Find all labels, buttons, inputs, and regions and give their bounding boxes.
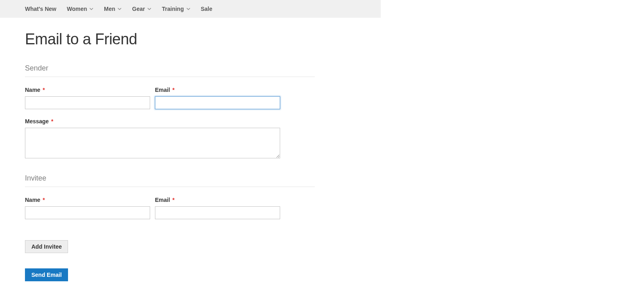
sender-email-label: Email * (155, 87, 280, 93)
chevron-down-icon (89, 7, 93, 11)
add-invitee-button[interactable]: Add Invitee (25, 240, 68, 253)
sender-message-label: Message * (25, 118, 280, 125)
sender-fieldset: Sender Name * Email * Message (25, 64, 356, 160)
nav-item-men[interactable]: Men (99, 0, 127, 18)
sender-email-input[interactable] (155, 96, 280, 109)
nav-label: What's New (25, 6, 56, 12)
chevron-down-icon (186, 7, 190, 11)
invitee-email-field: Email * (155, 197, 280, 219)
sender-name-field: Name * (25, 87, 150, 109)
required-mark: * (172, 87, 174, 93)
nav-label: Sale (201, 6, 213, 12)
invitee-name-input[interactable] (25, 206, 150, 219)
required-mark: * (43, 197, 45, 203)
invitee-legend: Invitee (25, 174, 315, 187)
nav-item-training[interactable]: Training (157, 0, 195, 18)
nav-item-gear[interactable]: Gear (127, 0, 157, 18)
label-text: Name (25, 197, 40, 203)
nav-item-women[interactable]: Women (62, 0, 99, 18)
label-text: Name (25, 87, 40, 93)
sender-email-field: Email * (155, 87, 280, 109)
sender-row-name-email: Name * Email * (25, 87, 356, 109)
main-nav: What's New Women Men Gear Training (0, 0, 381, 18)
page-container: Email to a Friend Sender Name * Email * (0, 31, 381, 293)
label-text: Email (155, 197, 170, 203)
required-mark: * (43, 87, 45, 93)
nav-label: Gear (132, 6, 145, 12)
sender-name-label: Name * (25, 87, 150, 93)
invitee-name-field: Name * (25, 197, 150, 219)
required-mark: * (51, 118, 53, 125)
invitee-row-name-email: Name * Email * (25, 197, 356, 219)
nav-label: Women (67, 6, 87, 12)
invitee-name-label: Name * (25, 197, 150, 203)
invitee-email-label: Email * (155, 197, 280, 203)
nav-item-sale[interactable]: Sale (196, 0, 218, 18)
nav-label: Men (104, 6, 115, 12)
chevron-down-icon (147, 7, 151, 11)
send-email-button[interactable]: Send Email (25, 268, 68, 281)
nav-label: Training (162, 6, 184, 12)
sender-row-message: Message * (25, 118, 356, 160)
sender-legend: Sender (25, 64, 315, 77)
sender-message-field: Message * (25, 118, 280, 160)
nav-item-whats-new[interactable]: What's New (25, 0, 62, 18)
sender-message-input[interactable] (25, 128, 280, 158)
sender-name-input[interactable] (25, 96, 150, 109)
chevron-down-icon (118, 7, 122, 11)
label-text: Email (155, 87, 170, 93)
invitee-fieldset: Invitee Name * Email * (25, 174, 356, 219)
label-text: Message (25, 118, 49, 125)
invitee-email-input[interactable] (155, 206, 280, 219)
page-title: Email to a Friend (25, 31, 356, 48)
nav-inner: What's New Women Men Gear Training (0, 0, 381, 18)
required-mark: * (172, 197, 174, 203)
